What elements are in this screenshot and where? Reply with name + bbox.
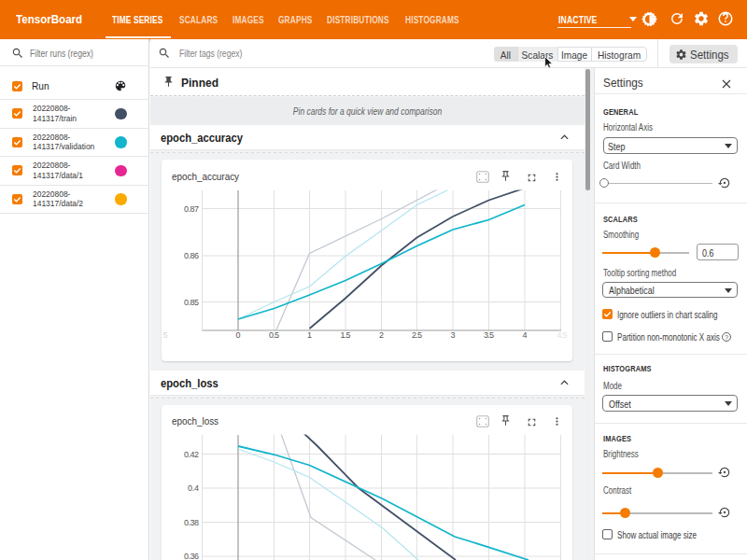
- svg-text:0.36: 0.36: [184, 552, 199, 560]
- svg-text:0.85: 0.85: [184, 298, 199, 307]
- svg-text:0.86: 0.86: [184, 251, 199, 260]
- svg-text:3.5: 3.5: [484, 330, 494, 340]
- svg-text:4.5: 4.5: [557, 330, 568, 340]
- svg-text:0.5: 0.5: [269, 330, 279, 340]
- svg-text:2: 2: [379, 330, 384, 340]
- svg-text:3: 3: [450, 330, 455, 340]
- svg-text:1: 1: [307, 330, 312, 340]
- svg-text:0.4: 0.4: [188, 483, 199, 493]
- svg-text:0.38: 0.38: [184, 518, 199, 527]
- svg-text:2.5: 2.5: [412, 330, 422, 340]
- svg-text:1.5: 1.5: [341, 330, 351, 340]
- svg-text:5: 5: [162, 330, 167, 340]
- svg-text:4: 4: [522, 330, 527, 340]
- svg-text:0.87: 0.87: [184, 204, 199, 214]
- svg-text:0.42: 0.42: [184, 450, 199, 459]
- svg-text:0: 0: [235, 330, 240, 340]
